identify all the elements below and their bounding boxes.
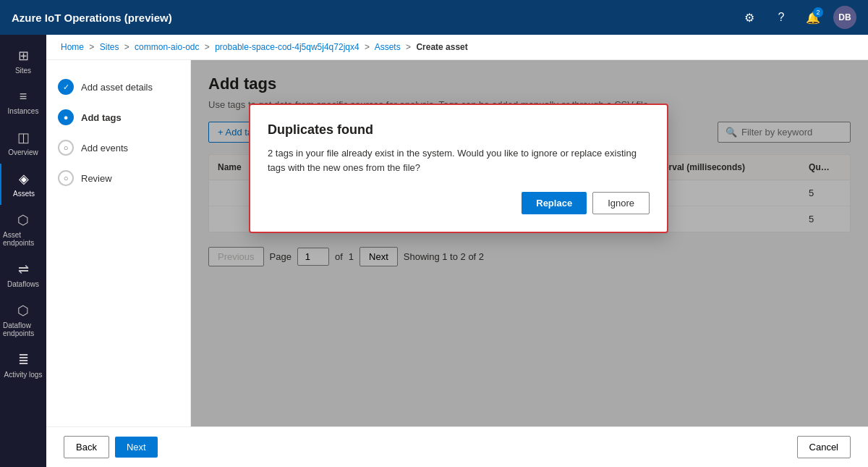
sidebar-item-dataflows[interactable]: ⇌ Dataflows xyxy=(0,254,46,295)
notification-badge: 2 xyxy=(813,7,823,17)
duplicates-dialog: Duplicates found 2 tags in your file alr… xyxy=(249,104,668,233)
dialog-body: 2 tags in your file already exist in the… xyxy=(268,146,650,174)
main-content: Add tags Use tags to get data from speci… xyxy=(191,60,868,426)
step-circle-4: ○ xyxy=(58,170,74,186)
asset-endpoints-icon: ⬡ xyxy=(17,212,29,228)
sidebar-item-overview[interactable]: ◫ Overview xyxy=(0,122,46,164)
next-button-bottom[interactable]: Next xyxy=(115,437,158,458)
step-add-tags[interactable]: ● Add tags xyxy=(46,102,190,132)
step-circle-1: ✓ xyxy=(58,79,74,95)
breadcrumb: Home > Sites > common-aio-odc > probable… xyxy=(46,35,868,60)
step-label-1: Add asset details xyxy=(81,82,153,93)
step-nav: ✓ Add asset details ● Add tags ○ Add eve… xyxy=(46,60,191,426)
breadcrumb-assets[interactable]: Assets xyxy=(375,42,401,52)
page-body: ✓ Add asset details ● Add tags ○ Add eve… xyxy=(46,60,868,426)
breadcrumb-probable[interactable]: probable-space-cod-4j5qw5j4q72jqx4 xyxy=(215,42,359,52)
sidebar-label-overview: Overview xyxy=(8,148,38,156)
sidebar-label-asset-endpoints: Asset endpoints xyxy=(3,231,43,247)
dialog-overlay: Duplicates found 2 tags in your file alr… xyxy=(191,60,868,426)
dataflows-icon: ⇌ xyxy=(18,261,29,277)
sidebar-label-dataflows: Dataflows xyxy=(7,280,39,288)
step-circle-2: ● xyxy=(58,109,74,125)
settings-icon: ⚙ xyxy=(744,11,754,25)
main-layout: ⊞ Sites ≡ Instances ◫ Overview ◈ Assets … xyxy=(0,35,868,467)
content-area: Home > Sites > common-aio-odc > probable… xyxy=(46,35,868,467)
sites-icon: ⊞ xyxy=(18,48,29,64)
ignore-button[interactable]: Ignore xyxy=(592,192,650,214)
step-add-asset-details[interactable]: ✓ Add asset details xyxy=(46,72,190,102)
replace-button[interactable]: Replace xyxy=(522,192,587,214)
dialog-actions: Replace Ignore xyxy=(268,192,650,214)
assets-icon: ◈ xyxy=(19,171,29,187)
instances-icon: ≡ xyxy=(20,89,27,104)
step-label-2: Add tags xyxy=(81,112,122,123)
activity-logs-icon: ≣ xyxy=(18,352,29,368)
dataflow-endpoints-icon: ⬡ xyxy=(17,303,29,319)
step-label-4: Review xyxy=(81,173,112,184)
step-label-3: Add events xyxy=(81,143,128,153)
topbar-icons: ⚙ ? 🔔 2 DB xyxy=(738,6,856,29)
help-icon: ? xyxy=(778,11,785,24)
dialog-title: Duplicates found xyxy=(268,122,650,138)
sidebar-label-dataflow-endpoints: Dataflow endpoints xyxy=(3,321,43,337)
app-title: Azure IoT Operations (preview) xyxy=(12,12,738,24)
bottom-bar: Back Next Cancel xyxy=(46,426,868,467)
breadcrumb-current: Create asset xyxy=(416,42,467,52)
sidebar-label-instances: Instances xyxy=(8,107,39,115)
avatar[interactable]: DB xyxy=(833,6,856,29)
sidebar-item-activity-logs[interactable]: ≣ Activity logs xyxy=(0,345,46,386)
topbar: Azure IoT Operations (preview) ⚙ ? 🔔 2 D… xyxy=(0,0,868,35)
cancel-button[interactable]: Cancel xyxy=(797,436,851,458)
breadcrumb-sites[interactable]: Sites xyxy=(100,42,119,52)
back-button[interactable]: Back xyxy=(64,436,109,458)
breadcrumb-home[interactable]: Home xyxy=(61,42,84,52)
notification-button[interactable]: 🔔 2 xyxy=(801,6,825,29)
step-add-events[interactable]: ○ Add events xyxy=(46,132,190,163)
sidebar-item-sites[interactable]: ⊞ Sites xyxy=(0,41,46,82)
sidebar-item-asset-endpoints[interactable]: ⬡ Asset endpoints xyxy=(0,205,46,254)
sidebar-label-assets: Assets xyxy=(13,190,35,198)
step-review[interactable]: ○ Review xyxy=(46,163,190,193)
sidebar-item-assets[interactable]: ◈ Assets xyxy=(0,164,46,205)
sidebar: ⊞ Sites ≡ Instances ◫ Overview ◈ Assets … xyxy=(0,35,46,467)
step-circle-3: ○ xyxy=(58,140,74,156)
sidebar-label-sites: Sites xyxy=(15,67,31,75)
sidebar-label-activity-logs: Activity logs xyxy=(4,371,43,379)
settings-button[interactable]: ⚙ xyxy=(738,6,761,29)
breadcrumb-common-aio[interactable]: common-aio-odc xyxy=(135,42,199,52)
help-button[interactable]: ? xyxy=(770,6,793,29)
sidebar-item-dataflow-endpoints[interactable]: ⬡ Dataflow endpoints xyxy=(0,295,46,345)
sidebar-item-instances[interactable]: ≡ Instances xyxy=(0,82,46,122)
overview-icon: ◫ xyxy=(17,130,30,146)
